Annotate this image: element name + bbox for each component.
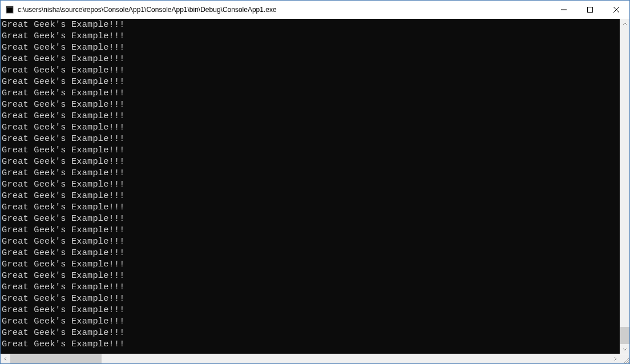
vertical-scrollbar[interactable] <box>620 19 629 354</box>
window-title: c:\users\nisha\source\repos\ConsoleApp1\… <box>18 6 551 14</box>
app-icon <box>5 5 14 14</box>
console-content-wrap: Great Geek's Example!!! Great Geek's Exa… <box>1 19 629 354</box>
resize-grip-icon[interactable] <box>623 357 629 364</box>
vertical-scroll-track[interactable] <box>620 29 629 344</box>
vertical-scroll-thumb[interactable] <box>620 327 629 344</box>
scroll-down-arrow-icon[interactable] <box>620 344 629 354</box>
titlebar[interactable]: c:\users\nisha\source\repos\ConsoleApp1\… <box>1 1 629 19</box>
scroll-left-arrow-icon[interactable] <box>1 354 10 363</box>
svg-rect-1 <box>6 6 13 8</box>
maximize-button[interactable] <box>577 1 603 19</box>
minimize-button[interactable] <box>551 1 577 19</box>
svg-rect-3 <box>588 7 593 13</box>
console-output[interactable]: Great Geek's Example!!! Great Geek's Exa… <box>1 19 620 354</box>
window-controls <box>551 1 629 19</box>
scroll-up-arrow-icon[interactable] <box>620 19 629 29</box>
horizontal-scroll-thumb[interactable] <box>10 354 102 363</box>
close-button[interactable] <box>603 1 629 19</box>
horizontal-scrollbar[interactable] <box>1 354 629 363</box>
scroll-right-arrow-icon[interactable] <box>610 354 620 363</box>
horizontal-scroll-track[interactable] <box>10 354 610 363</box>
app-window: c:\users\nisha\source\repos\ConsoleApp1\… <box>1 1 629 363</box>
scroll-corner <box>620 354 629 364</box>
